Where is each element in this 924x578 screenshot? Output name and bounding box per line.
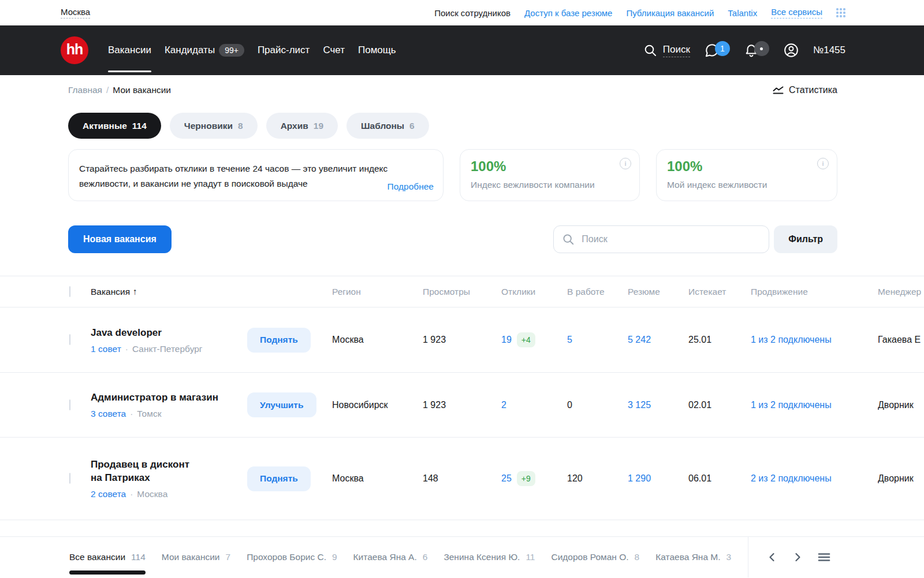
bottom-tab-manager[interactable]: Прохоров Борис С. 9	[247, 537, 337, 577]
my-politeness-label: Мой индекс вежливости	[667, 180, 825, 190]
vacancy-tip-link[interactable]: 3 совета	[91, 409, 126, 419]
improve-vacancy-button[interactable]: Улучшить	[247, 392, 316, 417]
actions-row: Новая вакансия Фильтр	[0, 225, 924, 253]
topbar-links: Поиск сотрудников Доступ к базе резюме П…	[434, 7, 845, 18]
header-in-work: В работе	[567, 287, 628, 297]
header-manager: Менеджер	[878, 287, 924, 297]
header-vacancy-sort[interactable]: Вакансия ↑	[91, 287, 247, 297]
statistics-link[interactable]: Статистика	[773, 85, 837, 95]
notice-text: Старайтесь разбирать отклики в течение 2…	[79, 161, 394, 191]
new-vacancy-button[interactable]: Новая вакансия	[68, 225, 172, 253]
publish-vacancy-link[interactable]: Публикация вакансий	[626, 8, 714, 18]
vacancy-tip-link[interactable]: 1 совет	[91, 344, 121, 354]
tab-templates[interactable]: Шаблоны 6	[346, 113, 429, 139]
politeness-notice-card: Старайтесь разбирать отклики в течение 2…	[68, 149, 444, 201]
region-selector[interactable]: Москва	[61, 7, 90, 18]
manager-tabs-controls	[748, 537, 830, 577]
nav-item-candidates[interactable]: Кандидаты 99+	[165, 40, 244, 60]
vacancy-title[interactable]: Администратор в магазин	[91, 391, 247, 404]
top-utility-bar: Москва Поиск сотрудников Доступ к базе р…	[0, 0, 924, 25]
employer-search-link[interactable]: Поиск сотрудников	[434, 8, 511, 18]
cell-expires: 25.01	[688, 335, 751, 345]
bottom-tab-manager[interactable]: Зенина Ксения Ю. 11	[444, 537, 535, 577]
hh-logo[interactable]: hh	[61, 36, 88, 64]
notifications-dot-badge	[754, 41, 769, 56]
table-row: Администратор в магазин 3 совета · Томск…	[0, 373, 924, 438]
header-expires: Истекает	[688, 287, 751, 297]
nav-item-pricelist[interactable]: Прайс-лист	[258, 41, 310, 60]
cell-resume-link[interactable]: 1 290	[628, 473, 688, 484]
new-responses-badge: +4	[517, 332, 535, 347]
vacancy-title[interactable]: Продавец в дисконт на Патриках	[91, 458, 200, 484]
row-checkbox[interactable]	[69, 473, 70, 484]
raise-vacancy-button[interactable]: Поднять	[247, 466, 311, 491]
nav-items: Вакансии Кандидаты 99+ Прайс-лист Счет П…	[108, 40, 396, 60]
cell-in-work-link[interactable]: 5	[567, 335, 628, 345]
vacancy-search-input[interactable]	[580, 234, 761, 245]
candidates-count-badge: 99+	[219, 44, 244, 57]
cell-in-work: 0	[567, 400, 628, 410]
company-politeness-card: 100% Индекс вежливости компании i	[460, 149, 640, 201]
nav-item-vacancies[interactable]: Вакансии	[108, 41, 151, 60]
cell-promotion-link[interactable]: 1 из 2 подключены	[751, 335, 878, 345]
cell-in-work: 120	[567, 473, 628, 484]
cell-expires: 06.01	[688, 473, 751, 484]
notifications-button[interactable]	[744, 43, 769, 58]
new-responses-badge: +9	[517, 471, 535, 486]
manager-list-menu-button[interactable]	[818, 552, 830, 562]
bottom-tab-all-vacancies[interactable]: Все вакансии 114	[69, 537, 146, 577]
vacancy-tip-link[interactable]: 2 совета	[91, 489, 126, 499]
account-number[interactable]: №1455	[813, 45, 845, 56]
header-views: Просмотры	[423, 287, 501, 297]
notice-more-link[interactable]: Подробнее	[388, 181, 434, 192]
info-icon[interactable]: i	[620, 158, 631, 169]
messages-button[interactable]: 1	[704, 43, 730, 58]
row-checkbox[interactable]	[69, 334, 70, 345]
cell-promotion-link[interactable]: 2 из 2 подключены	[751, 473, 878, 484]
tab-archive[interactable]: Архив 19	[266, 113, 338, 139]
raise-vacancy-button[interactable]: Поднять	[247, 328, 311, 353]
filter-button[interactable]: Фильтр	[774, 225, 837, 253]
vacancy-title[interactable]: Java developer	[91, 326, 247, 339]
scroll-left-button[interactable]	[767, 552, 777, 562]
table-row: Java developer 1 совет · Санкт-Петербург…	[0, 307, 924, 373]
vacancy-posting-city: Санкт-Петербург	[132, 344, 203, 354]
info-icon[interactable]: i	[817, 158, 829, 169]
cell-responses-link[interactable]: 2	[501, 400, 506, 410]
services-grid-icon[interactable]	[836, 8, 845, 17]
breadcrumb-home[interactable]: Главная	[68, 85, 102, 95]
sort-asc-arrow-icon: ↑	[133, 287, 137, 297]
resume-db-link[interactable]: Доступ к базе резюме	[524, 8, 612, 18]
nav-search[interactable]: Поиск	[643, 43, 690, 57]
scroll-right-button[interactable]	[792, 552, 803, 562]
header-region: Регион	[332, 287, 423, 297]
table-row: Продавец в дисконт на Патриках 2 совета …	[0, 438, 924, 520]
nav-item-account-bill[interactable]: Счет	[323, 41, 345, 60]
cell-responses-link[interactable]: 25	[501, 473, 512, 484]
row-checkbox[interactable]	[69, 399, 70, 410]
bottom-tab-manager[interactable]: Катаева Яна М. 3	[655, 537, 731, 577]
bottom-tab-my-vacancies[interactable]: Мои вакансии 7	[162, 537, 230, 577]
my-politeness-card: 100% Мой индекс вежливости i	[656, 149, 837, 201]
cell-views: 1 923	[423, 335, 501, 345]
profile-icon	[783, 42, 799, 58]
cell-resume-link[interactable]: 3 125	[628, 400, 688, 410]
breadcrumb-row: Главная / Мои вакансии Статистика	[0, 85, 924, 95]
tab-drafts[interactable]: Черновики 8	[170, 113, 258, 139]
cell-responses-link[interactable]: 19	[501, 335, 512, 345]
header-resume: Резюме	[628, 287, 688, 297]
select-all-checkbox[interactable]	[69, 286, 70, 297]
nav-item-help[interactable]: Помощь	[358, 41, 396, 60]
bottom-tab-manager[interactable]: Китаева Яна А. 6	[353, 537, 428, 577]
cell-expires: 02.01	[688, 400, 751, 410]
profile-button[interactable]	[783, 42, 799, 58]
tab-active[interactable]: Активные 114	[68, 113, 161, 139]
vacancy-table: Вакансия ↑ Регион Просмотры Отклики В ра…	[0, 276, 924, 520]
all-services-link[interactable]: Все сервисы	[771, 7, 822, 18]
cell-resume-link[interactable]: 5 242	[628, 335, 688, 345]
bottom-tab-manager[interactable]: Сидоров Роман О. 8	[551, 537, 639, 577]
cell-views: 1 923	[423, 400, 501, 410]
talantix-link[interactable]: Talantix	[728, 8, 757, 18]
cell-promotion-link[interactable]: 1 из 2 подключены	[751, 400, 878, 410]
vacancy-search-box	[553, 225, 769, 253]
